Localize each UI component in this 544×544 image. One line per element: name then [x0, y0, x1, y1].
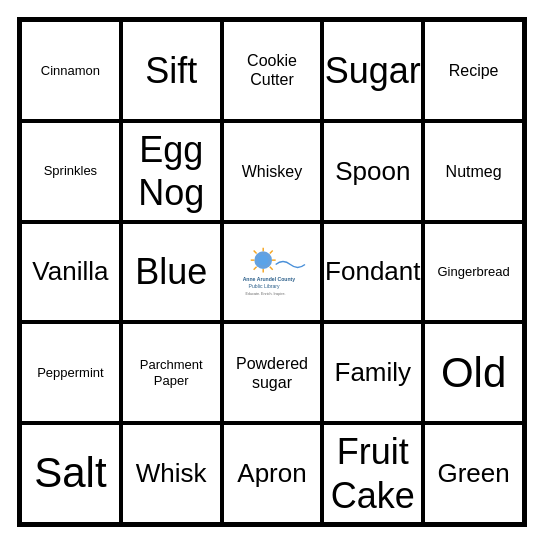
- cell-5: Sprinkles: [20, 121, 121, 222]
- cell-17: Powdered sugar: [222, 322, 323, 423]
- svg-point-9: [258, 255, 268, 265]
- cell-12: Anne Arundel County Public Library Educa…: [222, 222, 323, 323]
- cell-18: Family: [322, 322, 423, 423]
- cell-text-10: Vanilla: [32, 256, 108, 287]
- cell-text-13: Fondant: [325, 256, 420, 287]
- cell-text-20: Salt: [34, 448, 106, 498]
- cell-3: Sugar: [322, 20, 423, 121]
- cell-text-9: Nutmeg: [446, 162, 502, 181]
- cell-text-18: Family: [335, 357, 412, 388]
- cell-15: Peppermint: [20, 322, 121, 423]
- cell-13: Fondant: [322, 222, 423, 323]
- svg-line-8: [254, 267, 257, 270]
- cell-8: Spoon: [322, 121, 423, 222]
- cell-7: Whiskey: [222, 121, 323, 222]
- bingo-board: CinnamonSiftCookie CutterSugarRecipeSpri…: [17, 17, 527, 527]
- svg-text:Anne Arundel County: Anne Arundel County: [243, 276, 296, 282]
- cell-22: Apron: [222, 423, 323, 524]
- svg-line-5: [254, 251, 257, 254]
- cell-text-24: Green: [437, 458, 509, 489]
- cell-0: Cinnamon: [20, 20, 121, 121]
- cell-14: Gingerbread: [423, 222, 524, 323]
- cell-19: Old: [423, 322, 524, 423]
- cell-text-19: Old: [441, 348, 506, 398]
- cell-16: Parchment Paper: [121, 322, 222, 423]
- cell-text-8: Spoon: [335, 156, 410, 187]
- cell-text-5: Sprinkles: [44, 163, 97, 179]
- cell-text-11: Blue: [135, 250, 207, 293]
- cell-text-6: Egg Nog: [127, 128, 216, 214]
- cell-10: Vanilla: [20, 222, 121, 323]
- cell-text-1: Sift: [145, 49, 197, 92]
- cell-9: Nutmeg: [423, 121, 524, 222]
- cell-text-4: Recipe: [449, 61, 499, 80]
- cell-4: Recipe: [423, 20, 524, 121]
- cell-text-3: Sugar: [325, 49, 421, 92]
- svg-line-7: [270, 251, 273, 254]
- svg-text:Educate. Enrich. Inspire.: Educate. Enrich. Inspire.: [246, 293, 286, 297]
- cell-text-23: Fruit Cake: [328, 430, 417, 516]
- cell-text-0: Cinnamon: [41, 63, 100, 79]
- cell-24: Green: [423, 423, 524, 524]
- cell-11: Blue: [121, 222, 222, 323]
- cell-text-7: Whiskey: [242, 162, 302, 181]
- svg-text:Public Library: Public Library: [249, 283, 280, 289]
- cell-text-15: Peppermint: [37, 365, 103, 381]
- svg-line-6: [270, 267, 273, 270]
- cell-text-14: Gingerbread: [437, 264, 509, 280]
- cell-text-22: Apron: [237, 458, 306, 489]
- cell-text-16: Parchment Paper: [127, 357, 216, 388]
- cell-2: Cookie Cutter: [222, 20, 323, 121]
- cell-text-21: Whisk: [136, 458, 207, 489]
- cell-1: Sift: [121, 20, 222, 121]
- cell-23: Fruit Cake: [322, 423, 423, 524]
- cell-6: Egg Nog: [121, 121, 222, 222]
- cell-20: Salt: [20, 423, 121, 524]
- cell-text-2: Cookie Cutter: [228, 51, 317, 89]
- cell-21: Whisk: [121, 423, 222, 524]
- cell-text-17: Powdered sugar: [228, 354, 317, 392]
